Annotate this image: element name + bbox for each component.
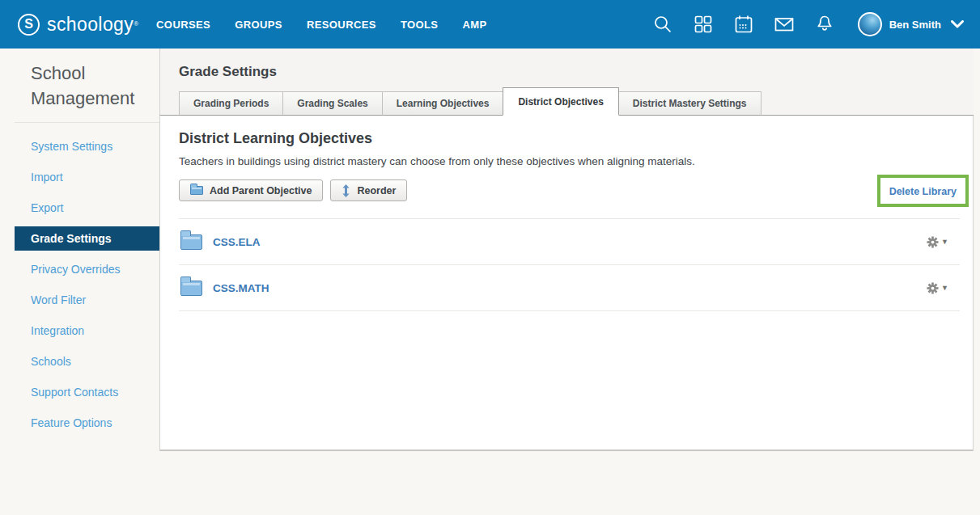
sidebar: School Management System Settings Import… [0, 49, 159, 451]
reorder-button[interactable]: Reorder [330, 179, 407, 201]
menu-item-tools[interactable]: TOOLS [401, 19, 439, 31]
schoology-logo[interactable]: S schoology ® [18, 14, 138, 36]
section-description: Teachers in buildings using district mas… [179, 155, 960, 167]
folder-icon [190, 186, 203, 195]
gear-dropdown-button[interactable]: ▼ [927, 236, 948, 248]
tab-grading-scales[interactable]: Grading Scales [282, 91, 382, 116]
page-title: Grade Settings [160, 49, 974, 80]
sidebar-item-export[interactable]: Export [15, 192, 159, 223]
user-menu[interactable]: Ben Smith [858, 12, 964, 36]
chevron-down-icon[interactable] [951, 20, 964, 29]
trademark-symbol: ® [134, 19, 138, 30]
reorder-arrows-icon [342, 184, 350, 197]
tab-bar: Grading Periods Grading Scales Learning … [179, 87, 761, 116]
tab-district-objectives[interactable]: District Objectives [503, 87, 618, 116]
sidebar-divider [15, 122, 159, 123]
menu-item-amp[interactable]: AMP [462, 19, 486, 31]
primary-menu: COURSES GROUPS RESOURCES TOOLS AMP [156, 19, 486, 31]
page-header: Grade Settings Grading Periods Grading S… [159, 49, 974, 116]
caret-down-icon: ▼ [941, 239, 948, 246]
sidebar-item-feature-options[interactable]: Feature Options [15, 407, 159, 438]
user-name: Ben Smith [889, 19, 941, 31]
objective-link[interactable]: CSS.MATH [213, 282, 269, 294]
section-heading: District Learning Objectives [179, 130, 960, 147]
tab-district-mastery-settings[interactable]: District Mastery Settings [618, 91, 762, 116]
menu-item-resources[interactable]: RESOURCES [307, 19, 376, 31]
sidebar-item-integration[interactable]: Integration [15, 315, 159, 346]
gear-dropdown-button[interactable]: ▼ [927, 282, 948, 294]
tab-learning-objectives[interactable]: Learning Objectives [382, 91, 504, 116]
objective-link[interactable]: CSS.ELA [213, 236, 261, 248]
menu-item-courses[interactable]: COURSES [156, 19, 210, 31]
objective-row-css-ela: CSS.ELA ▼ [179, 218, 960, 264]
tab-grading-periods[interactable]: Grading Periods [179, 91, 283, 116]
avatar[interactable] [858, 12, 882, 36]
main-layout: School Management System Settings Import… [0, 49, 980, 451]
sidebar-title: School Management [31, 61, 148, 111]
app-grid-icon[interactable] [693, 14, 714, 35]
schoology-logo-icon: S [18, 14, 40, 36]
sidebar-item-schools[interactable]: Schools [15, 346, 159, 377]
content-area: Grade Settings Grading Periods Grading S… [159, 49, 974, 451]
calendar-icon[interactable] [733, 14, 754, 35]
caret-down-icon: ▼ [941, 285, 948, 292]
folder-icon [180, 234, 202, 250]
objective-row-css-math: CSS.MATH ▼ [179, 264, 960, 310]
schoology-wordmark: schoology [47, 14, 134, 36]
sidebar-item-privacy-overrides[interactable]: Privacy Overrides [15, 254, 159, 285]
tab-panel: District Learning Objectives Teachers in… [159, 116, 974, 451]
folder-icon [180, 281, 202, 296]
sidebar-item-import[interactable]: Import [15, 162, 159, 192]
sidebar-item-support-contacts[interactable]: Support Contacts [15, 377, 159, 407]
top-navigation: S schoology ® COURSES GROUPS RESOURCES T… [0, 0, 980, 49]
notifications-icon[interactable] [814, 14, 835, 35]
messages-icon[interactable] [774, 14, 795, 35]
objectives-list: CSS.ELA ▼ CSS.MATH ▼ [179, 218, 960, 311]
sidebar-item-word-filter[interactable]: Word Filter [15, 285, 159, 315]
gear-icon [927, 236, 939, 248]
menu-item-groups[interactable]: GROUPS [235, 19, 282, 31]
nav-right-cluster: Ben Smith [652, 12, 964, 36]
delete-library-highlight-box: Delete Library [877, 175, 969, 207]
sidebar-item-grade-settings[interactable]: Grade Settings [15, 226, 159, 251]
reorder-label: Reorder [357, 185, 396, 196]
toolbar: Add Parent Objective Reorder Delete Libr… [179, 179, 960, 201]
sidebar-item-system-settings[interactable]: System Settings [15, 131, 159, 162]
add-parent-objective-label: Add Parent Objective [210, 185, 312, 196]
add-parent-objective-button[interactable]: Add Parent Objective [179, 179, 323, 201]
delete-library-link[interactable]: Delete Library [889, 186, 957, 197]
search-icon[interactable] [652, 14, 673, 35]
gear-icon [927, 282, 939, 294]
